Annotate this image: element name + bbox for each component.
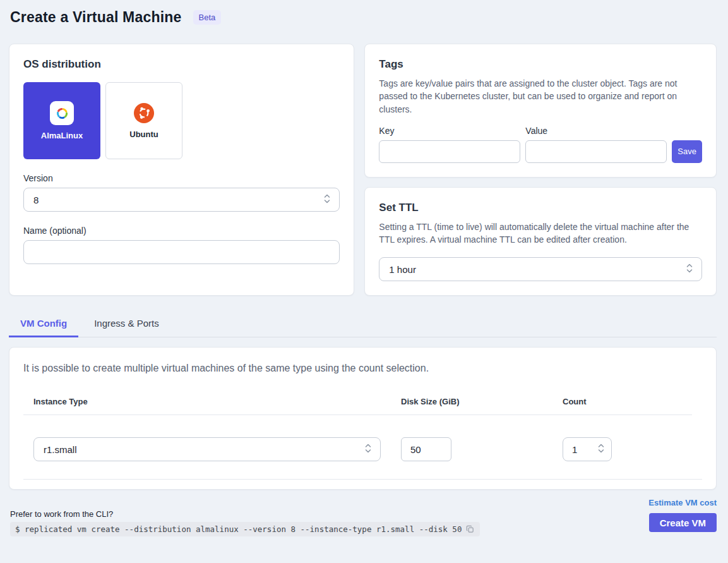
- cli-block: Prefer to work from the CLI? $ replicate…: [9, 509, 480, 536]
- col-instance-type: Instance Type: [23, 397, 391, 406]
- vm-table: Instance Type Disk Size (GiB) Count r1.s…: [23, 397, 702, 480]
- instance-type-value: r1.small: [44, 444, 77, 455]
- right-column: Tags Tags are key/value pairs that are a…: [364, 44, 717, 296]
- os-distribution-card: OS distribution: [9, 44, 354, 296]
- footer-actions: Estimate VM cost Create VM: [648, 498, 717, 536]
- os-card-title: OS distribution: [23, 58, 340, 71]
- tab-bar: VM Config Ingress & Ports: [9, 312, 717, 337]
- chevron-updown-icon: [597, 443, 605, 456]
- os-options: AlmaLinux Ubuntu: [23, 82, 340, 159]
- count-value: 1: [572, 444, 577, 455]
- tag-key-input[interactable]: [379, 140, 520, 163]
- vm-table-row: r1.small 1: [23, 415, 702, 480]
- tab-vm-config[interactable]: VM Config: [9, 312, 78, 337]
- ubuntu-logo-icon: [133, 102, 155, 124]
- tags-form: Key Value Save: [379, 126, 702, 163]
- os-option-ubuntu[interactable]: Ubuntu: [105, 82, 182, 159]
- os-option-label: AlmaLinux: [41, 131, 83, 140]
- create-vm-page: Create a Virtual Machine Beta OS distrib…: [0, 0, 728, 536]
- page-title: Create a Virtual Machine: [10, 9, 182, 26]
- ttl-card-title: Set TTL: [379, 202, 702, 214]
- version-select[interactable]: 8: [23, 188, 340, 212]
- ttl-select[interactable]: 1 hour: [379, 257, 702, 281]
- estimate-vm-cost-link[interactable]: Estimate VM cost: [648, 498, 717, 507]
- beta-badge: Beta: [193, 10, 222, 25]
- instance-type-select[interactable]: r1.small: [33, 437, 381, 461]
- page-footer: Prefer to work from the CLI? $ replicate…: [9, 498, 717, 536]
- version-label: Version: [23, 173, 340, 183]
- chevron-updown-icon: [323, 193, 331, 206]
- disk-size-input[interactable]: [401, 437, 451, 461]
- set-ttl-card: Set TTL Setting a TTL (time to live) wil…: [364, 187, 717, 296]
- tag-key-label: Key: [379, 126, 520, 136]
- count-stepper[interactable]: 1: [563, 437, 612, 461]
- col-count: Count: [552, 397, 692, 406]
- page-header: Create a Virtual Machine Beta: [9, 9, 717, 26]
- cli-command-text: $ replicated vm create --distribution al…: [15, 524, 462, 534]
- vm-config-card: It is possible to create multiple virtua…: [9, 347, 717, 490]
- vm-config-note: It is possible to create multiple virtua…: [23, 363, 702, 374]
- cli-prompt-label: Prefer to work from the CLI?: [10, 509, 480, 519]
- chevron-updown-icon: [364, 443, 372, 456]
- cli-command-box: $ replicated vm create --distribution al…: [10, 522, 480, 536]
- tag-value-label: Value: [525, 126, 667, 136]
- vm-name-label: Name (optional): [23, 226, 340, 236]
- tag-value-input[interactable]: [525, 140, 667, 163]
- copy-icon[interactable]: [465, 524, 475, 534]
- tab-ingress-ports[interactable]: Ingress & Ports: [83, 312, 170, 337]
- create-vm-button[interactable]: Create VM: [649, 513, 717, 532]
- almalinux-logo-icon: [50, 101, 74, 125]
- tags-card-title: Tags: [379, 58, 702, 71]
- os-option-almalinux[interactable]: AlmaLinux: [23, 82, 100, 159]
- version-select-value: 8: [33, 195, 39, 205]
- chevron-updown-icon: [686, 263, 693, 275]
- save-tag-button[interactable]: Save: [672, 140, 702, 163]
- tags-card-description: Tags are key/value pairs that are assign…: [379, 77, 702, 116]
- col-disk-size: Disk Size (GiB): [391, 397, 552, 406]
- ttl-card-description: Setting a TTL (time to live) will automa…: [379, 221, 702, 246]
- vm-table-header: Instance Type Disk Size (GiB) Count: [23, 397, 692, 415]
- tags-card: Tags Tags are key/value pairs that are a…: [364, 44, 717, 178]
- main-grid: OS distribution: [9, 44, 717, 296]
- os-option-label: Ubuntu: [129, 130, 158, 139]
- vm-name-input[interactable]: [23, 240, 340, 264]
- ttl-select-value: 1 hour: [389, 264, 416, 275]
